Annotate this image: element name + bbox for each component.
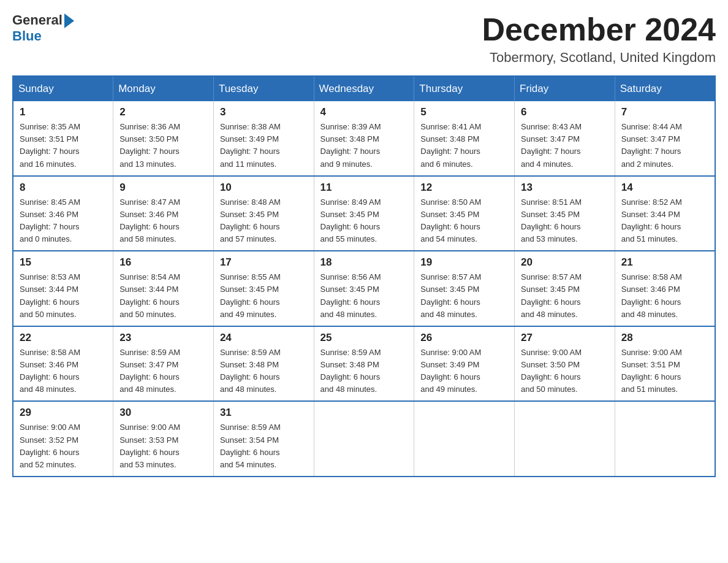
- day-info: Sunrise: 8:59 AMSunset: 3:54 PMDaylight:…: [220, 421, 308, 471]
- day-number: 12: [420, 182, 508, 194]
- calendar-cell: 26 Sunrise: 9:00 AMSunset: 3:49 PMDaylig…: [414, 326, 515, 402]
- day-number: 2: [119, 106, 207, 118]
- calendar-cell: 16 Sunrise: 8:54 AMSunset: 3:44 PMDaylig…: [113, 251, 214, 326]
- day-info: Sunrise: 8:52 AMSunset: 3:44 PMDaylight:…: [621, 196, 708, 246]
- logo-text-general: General: [12, 12, 63, 28]
- calendar-cell: [515, 401, 615, 477]
- calendar-cell: 24 Sunrise: 8:59 AMSunset: 3:48 PMDaylig…: [213, 326, 314, 402]
- calendar-table: SundayMondayTuesdayWednesdayThursdayFrid…: [12, 75, 716, 477]
- day-info: Sunrise: 8:44 AMSunset: 3:47 PMDaylight:…: [621, 121, 708, 170]
- calendar-cell: 11 Sunrise: 8:49 AMSunset: 3:45 PMDaylig…: [314, 176, 414, 251]
- logo-text-blue: Blue: [12, 28, 42, 44]
- day-number: 14: [621, 182, 708, 194]
- day-info: Sunrise: 9:00 AMSunset: 3:49 PMDaylight:…: [420, 347, 508, 396]
- calendar-cell: 5 Sunrise: 8:41 AMSunset: 3:48 PMDayligh…: [414, 101, 515, 176]
- day-info: Sunrise: 9:00 AMSunset: 3:50 PMDaylight:…: [521, 347, 609, 396]
- day-info: Sunrise: 8:39 AMSunset: 3:48 PMDaylight:…: [320, 121, 408, 170]
- day-info: Sunrise: 8:55 AMSunset: 3:45 PMDaylight:…: [220, 271, 308, 321]
- day-number: 23: [119, 332, 207, 344]
- day-info: Sunrise: 8:43 AMSunset: 3:47 PMDaylight:…: [521, 121, 609, 170]
- title-area: December 2024 Tobermory, Scotland, Unite…: [482, 12, 716, 66]
- day-info: Sunrise: 8:57 AMSunset: 3:45 PMDaylight:…: [521, 271, 609, 321]
- day-info: Sunrise: 8:59 AMSunset: 3:48 PMDaylight:…: [220, 347, 308, 396]
- day-info: Sunrise: 8:54 AMSunset: 3:44 PMDaylight:…: [119, 271, 207, 321]
- day-info: Sunrise: 8:41 AMSunset: 3:48 PMDaylight:…: [420, 121, 508, 170]
- calendar-cell: 28 Sunrise: 9:00 AMSunset: 3:51 PMDaylig…: [615, 326, 715, 402]
- calendar-cell: 31 Sunrise: 8:59 AMSunset: 3:54 PMDaylig…: [213, 401, 314, 477]
- calendar-week-row: 1 Sunrise: 8:35 AMSunset: 3:51 PMDayligh…: [13, 101, 715, 176]
- day-number: 11: [320, 182, 408, 194]
- day-number: 3: [220, 106, 308, 118]
- calendar-cell: 14 Sunrise: 8:52 AMSunset: 3:44 PMDaylig…: [615, 176, 715, 251]
- day-number: 28: [621, 332, 708, 344]
- calendar-week-row: 22 Sunrise: 8:58 AMSunset: 3:46 PMDaylig…: [13, 326, 715, 402]
- day-info: Sunrise: 8:59 AMSunset: 3:48 PMDaylight:…: [320, 347, 408, 396]
- calendar-cell: 20 Sunrise: 8:57 AMSunset: 3:45 PMDaylig…: [515, 251, 615, 326]
- day-number: 24: [220, 332, 308, 344]
- day-info: Sunrise: 8:51 AMSunset: 3:45 PMDaylight:…: [521, 196, 609, 246]
- calendar-cell: 27 Sunrise: 9:00 AMSunset: 3:50 PMDaylig…: [515, 326, 615, 402]
- calendar-week-row: 29 Sunrise: 9:00 AMSunset: 3:52 PMDaylig…: [13, 401, 715, 477]
- day-number: 30: [119, 407, 207, 419]
- calendar-cell: 17 Sunrise: 8:55 AMSunset: 3:45 PMDaylig…: [213, 251, 314, 326]
- day-number: 25: [320, 332, 408, 344]
- logo-arrow-icon: [64, 13, 74, 28]
- calendar-cell: 29 Sunrise: 9:00 AMSunset: 3:52 PMDaylig…: [13, 401, 113, 477]
- day-number: 19: [420, 256, 508, 269]
- day-number: 26: [420, 332, 508, 344]
- calendar-cell: 13 Sunrise: 8:51 AMSunset: 3:45 PMDaylig…: [515, 176, 615, 251]
- day-info: Sunrise: 8:56 AMSunset: 3:45 PMDaylight:…: [320, 271, 408, 321]
- day-number: 31: [220, 407, 308, 419]
- calendar-cell: 4 Sunrise: 8:39 AMSunset: 3:48 PMDayligh…: [314, 101, 414, 176]
- day-info: Sunrise: 8:53 AMSunset: 3:44 PMDaylight:…: [20, 271, 107, 321]
- calendar-day-header: Tuesday: [213, 76, 314, 101]
- calendar-cell: 22 Sunrise: 8:58 AMSunset: 3:46 PMDaylig…: [13, 326, 113, 402]
- calendar-day-header: Friday: [515, 76, 615, 101]
- day-number: 10: [220, 182, 308, 194]
- calendar-cell: 30 Sunrise: 9:00 AMSunset: 3:53 PMDaylig…: [113, 401, 214, 477]
- day-number: 8: [20, 182, 107, 194]
- calendar-cell: 23 Sunrise: 8:59 AMSunset: 3:47 PMDaylig…: [113, 326, 214, 402]
- day-number: 22: [20, 332, 107, 344]
- day-number: 27: [521, 332, 609, 344]
- day-number: 6: [521, 106, 609, 118]
- calendar-cell: 15 Sunrise: 8:53 AMSunset: 3:44 PMDaylig…: [13, 251, 113, 326]
- day-number: 16: [119, 256, 207, 269]
- calendar-cell: 12 Sunrise: 8:50 AMSunset: 3:45 PMDaylig…: [414, 176, 515, 251]
- calendar-cell: [615, 401, 715, 477]
- day-info: Sunrise: 9:00 AMSunset: 3:51 PMDaylight:…: [621, 347, 708, 396]
- day-info: Sunrise: 8:58 AMSunset: 3:46 PMDaylight:…: [20, 347, 107, 396]
- calendar-day-header: Monday: [113, 76, 214, 101]
- calendar-cell: [414, 401, 515, 477]
- day-number: 20: [521, 256, 609, 269]
- calendar-cell: 21 Sunrise: 8:58 AMSunset: 3:46 PMDaylig…: [615, 251, 715, 326]
- day-number: 15: [20, 256, 107, 269]
- day-info: Sunrise: 8:57 AMSunset: 3:45 PMDaylight:…: [420, 271, 508, 321]
- day-info: Sunrise: 8:59 AMSunset: 3:47 PMDaylight:…: [119, 347, 207, 396]
- day-info: Sunrise: 8:36 AMSunset: 3:50 PMDaylight:…: [119, 121, 207, 170]
- day-number: 4: [320, 106, 408, 118]
- calendar-cell: 19 Sunrise: 8:57 AMSunset: 3:45 PMDaylig…: [414, 251, 515, 326]
- calendar-cell: 18 Sunrise: 8:56 AMSunset: 3:45 PMDaylig…: [314, 251, 414, 326]
- day-number: 9: [119, 182, 207, 194]
- month-title: December 2024: [482, 12, 716, 47]
- calendar-cell: 9 Sunrise: 8:47 AMSunset: 3:46 PMDayligh…: [113, 176, 214, 251]
- day-number: 7: [621, 106, 708, 118]
- calendar-week-row: 8 Sunrise: 8:45 AMSunset: 3:46 PMDayligh…: [13, 176, 715, 251]
- calendar-cell: 6 Sunrise: 8:43 AMSunset: 3:47 PMDayligh…: [515, 101, 615, 176]
- calendar-day-header: Thursday: [414, 76, 515, 101]
- location-subtitle: Tobermory, Scotland, United Kingdom: [482, 50, 716, 66]
- calendar-cell: [314, 401, 414, 477]
- calendar-header-row: SundayMondayTuesdayWednesdayThursdayFrid…: [13, 76, 715, 101]
- day-info: Sunrise: 8:47 AMSunset: 3:46 PMDaylight:…: [119, 196, 207, 246]
- day-info: Sunrise: 8:48 AMSunset: 3:45 PMDaylight:…: [220, 196, 308, 246]
- day-number: 13: [521, 182, 609, 194]
- calendar-cell: 1 Sunrise: 8:35 AMSunset: 3:51 PMDayligh…: [13, 101, 113, 176]
- day-number: 1: [20, 106, 107, 118]
- page-header: General Blue December 2024 Tobermory, Sc…: [12, 12, 716, 66]
- calendar-cell: 8 Sunrise: 8:45 AMSunset: 3:46 PMDayligh…: [13, 176, 113, 251]
- calendar-cell: 25 Sunrise: 8:59 AMSunset: 3:48 PMDaylig…: [314, 326, 414, 402]
- logo: General Blue: [12, 12, 74, 44]
- calendar-cell: 3 Sunrise: 8:38 AMSunset: 3:49 PMDayligh…: [213, 101, 314, 176]
- day-info: Sunrise: 8:49 AMSunset: 3:45 PMDaylight:…: [320, 196, 408, 246]
